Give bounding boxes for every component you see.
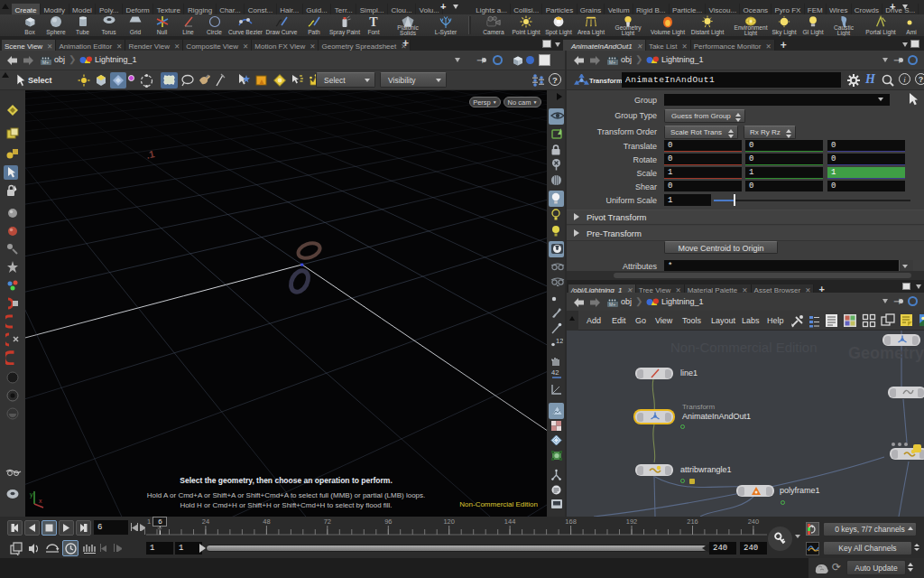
svg-text:M+: M+	[609, 60, 615, 65]
svg-text:144: 144	[504, 517, 516, 526]
svg-text:42: 42	[551, 368, 559, 377]
svg-text:y: y	[30, 491, 33, 499]
svg-text:48: 48	[263, 517, 270, 526]
svg-text:168: 168	[565, 517, 577, 526]
svg-text:M+: M+	[42, 60, 49, 65]
svg-text:M+: M+	[609, 302, 615, 307]
svg-text:1: 1	[147, 517, 151, 526]
svg-text:96: 96	[384, 517, 392, 526]
svg-text:12: 12	[556, 337, 563, 345]
svg-text:120: 120	[443, 517, 455, 526]
svg-text:72: 72	[324, 517, 331, 526]
svg-text:216: 216	[687, 517, 698, 526]
svg-text:192: 192	[626, 517, 638, 526]
svg-text:x: x	[39, 498, 42, 504]
svg-text:24: 24	[202, 517, 209, 526]
svg-text:240: 240	[748, 517, 760, 526]
svg-text:T: T	[369, 15, 378, 28]
svg-text:.1: .1	[145, 148, 155, 161]
